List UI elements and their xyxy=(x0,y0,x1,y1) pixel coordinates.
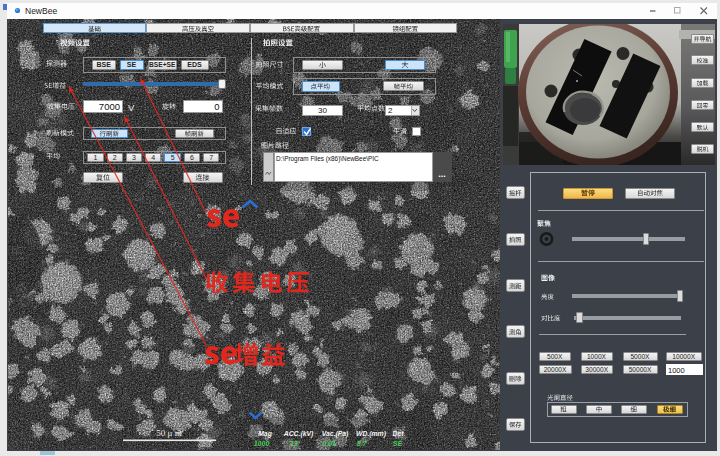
svg-text:5000X: 5000X xyxy=(630,353,650,360)
svg-text:D:\Program Files (x86)\NewBee\: D:\Program Files (x86)\NewBee\PIC xyxy=(276,155,379,163)
svg-text:500X: 500X xyxy=(547,353,563,360)
svg-text:1000X: 1000X xyxy=(587,353,607,360)
svg-text:WD.(mm): WD.(mm) xyxy=(356,430,387,438)
svg-text:Mag: Mag xyxy=(258,430,272,438)
svg-text:1000: 1000 xyxy=(254,440,270,447)
svg-text:4: 4 xyxy=(151,154,155,161)
svg-text:5: 5 xyxy=(171,154,175,161)
svg-text:SE: SE xyxy=(127,61,137,68)
svg-text:Det: Det xyxy=(393,430,405,437)
svg-text:0.01: 0.01 xyxy=(322,440,336,447)
svg-text:6: 6 xyxy=(190,154,194,161)
svg-text:7000: 7000 xyxy=(99,101,120,112)
svg-text:1: 1 xyxy=(93,154,97,161)
svg-text:V: V xyxy=(128,102,135,113)
svg-text:30: 30 xyxy=(318,106,327,115)
svg-text:2: 2 xyxy=(113,154,117,161)
svg-text:7: 7 xyxy=(209,154,213,161)
svg-text:ACC.(kV): ACC.(kV) xyxy=(283,430,314,438)
svg-text:Vac.(Pa): Vac.(Pa) xyxy=(322,430,349,438)
svg-text:10000X: 10000X xyxy=(672,353,695,360)
svg-text:SE: SE xyxy=(393,440,403,447)
svg-text:8.7: 8.7 xyxy=(357,440,368,447)
svg-text:0: 0 xyxy=(214,101,219,112)
svg-text:1000: 1000 xyxy=(668,366,685,375)
svg-text:EDS: EDS xyxy=(187,61,202,68)
svg-text:BSE: BSE xyxy=(96,61,111,68)
svg-text:30000X: 30000X xyxy=(585,366,608,373)
svg-text:3: 3 xyxy=(132,154,136,161)
svg-text:50000X: 50000X xyxy=(629,366,652,373)
svg-text:20000X: 20000X xyxy=(544,366,567,373)
svg-text:...: ... xyxy=(438,169,446,179)
svg-text:13: 13 xyxy=(290,440,298,447)
svg-text:BSE+SE: BSE+SE xyxy=(149,61,176,68)
svg-text:50 μ m: 50 μ m xyxy=(156,428,181,438)
svg-text:2: 2 xyxy=(388,106,393,115)
